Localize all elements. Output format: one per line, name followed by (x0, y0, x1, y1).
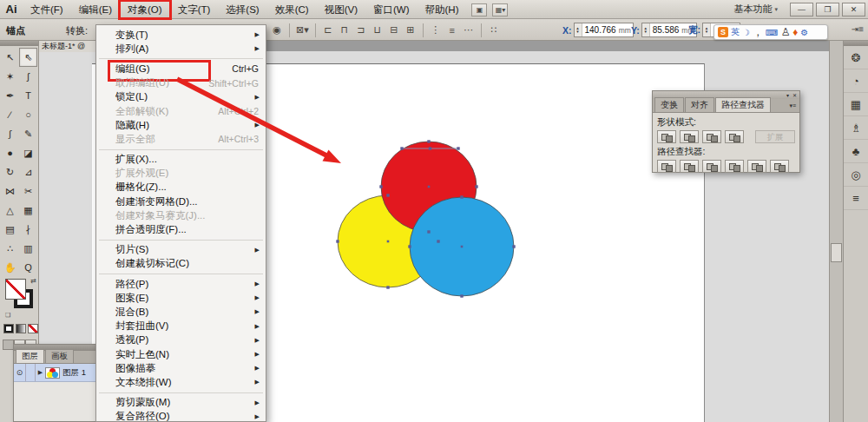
lock-column[interactable] (26, 364, 36, 381)
default-colors-icon[interactable]: ❏ (5, 312, 10, 319)
menu-item-栅格化Z[interactable]: 栅格化(Z)... (96, 181, 266, 195)
fill-swatch[interactable] (5, 279, 26, 300)
menubar-item-帮助H[interactable]: 帮助(H) (418, 1, 467, 18)
vertical-scrollbar[interactable] (829, 41, 843, 422)
panel-close-icon[interactable]: ✕ (792, 93, 797, 98)
blend-tool[interactable]: ∴ (1, 239, 19, 258)
divide-button[interactable] (657, 160, 676, 173)
paintbrush-tool[interactable]: ∫ (1, 124, 19, 143)
pattern-dropdown-icon[interactable]: ⊠▾ (296, 24, 309, 36)
tab-对齐[interactable]: 对齐 (685, 97, 714, 112)
menu-item-编组G[interactable]: 编组(G)Ctrl+G (96, 62, 266, 76)
magic-wand-tool[interactable]: ✶ (1, 67, 19, 86)
none-button[interactable] (28, 324, 38, 333)
rotate-tool[interactable]: ↻ (1, 162, 19, 181)
layers-icon[interactable]: ≡ (844, 187, 868, 210)
moon-icon[interactable]: ☽ (742, 28, 750, 37)
distribute-center-icon[interactable]: ≡ (446, 25, 458, 36)
pen-tool[interactable]: ✒ (1, 86, 19, 105)
selection-tool[interactable]: ↖ (1, 48, 19, 67)
menu-item-透视P[interactable]: 透视(P)▶ (96, 333, 266, 347)
workspace-switcher[interactable]: 基本功能 (733, 3, 772, 16)
skin-icon[interactable]: ♦ (792, 26, 798, 38)
distribute-vertical-icon[interactable]: ⋯ (463, 24, 475, 36)
scrollbar-thumb[interactable] (831, 243, 842, 262)
color-panel-icon[interactable]: ❂ (844, 46, 868, 69)
pencil-tool[interactable]: ✎ (19, 124, 37, 143)
merge-button[interactable] (702, 160, 721, 173)
transparency-icon[interactable]: ◎ (844, 163, 868, 187)
wrench-icon[interactable]: ⚙ (800, 28, 808, 37)
fill-stroke-control[interactable]: ⇄ ❏ (3, 277, 36, 319)
tab-变换[interactable]: 变换 (654, 97, 684, 112)
person-icon[interactable]: ♙ (780, 26, 790, 38)
line-tool[interactable]: ∕ (1, 105, 19, 124)
type-tool[interactable]: T (19, 86, 37, 105)
scissors-tool[interactable]: ✂ (19, 181, 37, 201)
graphic-styles-icon[interactable]: ♣ (844, 140, 868, 163)
menu-item-路径P[interactable]: 路径(P)▶ (96, 277, 266, 291)
expand-triangle-icon[interactable]: ▶ (36, 369, 45, 376)
menu-item-创建渐变网格D[interactable]: 创建渐变网格(D)... (96, 195, 266, 208)
ellipse-tool[interactable]: ○ (19, 105, 37, 124)
menu-item-排列A[interactable]: 排列(A)▶ (96, 42, 266, 56)
menu-item-隐藏H[interactable]: 隐藏(H)▶ (96, 118, 266, 132)
align-right-icon[interactable]: ⊐ (355, 24, 367, 36)
menubar-item-效果C[interactable]: 效果(C) (267, 1, 317, 18)
y-stepper[interactable]: ▲▼ (642, 23, 650, 36)
menu-item-复合路径O[interactable]: 复合路径(O)▶ (96, 410, 266, 422)
crop-button[interactable] (725, 160, 744, 173)
align-bottom-icon[interactable]: ⊞ (404, 24, 417, 36)
tab-图层[interactable]: 图层 (16, 349, 44, 363)
document-tab[interactable]: 未标题-1* @ (39, 41, 96, 52)
menubar-item-选择S[interactable]: 选择(S) (218, 1, 266, 18)
blob-brush-tool[interactable]: ● (1, 143, 19, 162)
menubar-item-视图V[interactable]: 视图(V) (317, 1, 365, 18)
menu-item-图案E[interactable]: 图案(E)▶ (96, 291, 266, 305)
eraser-tool[interactable]: ◪ (19, 143, 37, 162)
gradient-tool[interactable]: ▤ (1, 220, 19, 239)
ime-toolbar[interactable]: S英☽，⌨♙♦⚙ (713, 24, 828, 40)
lasso-tool[interactable]: ʃ (19, 67, 37, 86)
align-center-icon[interactable]: ⊓ (339, 24, 351, 36)
menu-item-实时上色N[interactable]: 实时上色(N)▶ (96, 347, 266, 361)
align-middle-icon[interactable]: ⊟ (388, 24, 400, 36)
swatches-icon[interactable]: ▦ (844, 93, 868, 116)
menu-item-扩展X[interactable]: 扩展(X)... (96, 153, 266, 167)
eyedropper-tool[interactable]: ∤ (19, 220, 37, 239)
gradient-button[interactable] (16, 324, 26, 333)
zoom-tool[interactable]: Q (19, 258, 37, 277)
menu-item-创建裁切标记C[interactable]: 创建裁切标记(C) (96, 257, 266, 271)
mesh-tool[interactable]: ▦ (19, 201, 37, 220)
tab-路径查找器[interactable]: 路径查找器 (715, 97, 771, 112)
layer-row[interactable]: ⊙ ▶ 图层 1 (14, 364, 95, 382)
graph-tool[interactable]: ▥ (19, 239, 37, 258)
lang-english-icon[interactable]: 英 (731, 26, 740, 38)
close-button[interactable]: ✕ (842, 3, 865, 16)
width-tool[interactable]: ⋈ (1, 181, 19, 201)
menu-item-混合B[interactable]: 混合(B)▶ (96, 305, 266, 319)
symbols-icon[interactable]: ♗ (844, 116, 868, 140)
collapse-panel-icon[interactable]: ⇥≡ (852, 24, 864, 34)
restore-button[interactable]: ❐ (816, 3, 839, 16)
minus-back-button[interactable] (770, 160, 789, 173)
menu-item-拼合透明度F[interactable]: 拼合透明度(F)... (96, 222, 266, 236)
menubar-item-窗口W[interactable]: 窗口(W) (365, 1, 418, 18)
keyboard-icon[interactable]: ⌨ (766, 28, 778, 37)
menubar-item-编辑E[interactable]: 编辑(E) (71, 1, 120, 18)
color-button[interactable] (3, 324, 14, 333)
menu-item-变换T[interactable]: 变换(T)▶ (96, 28, 266, 42)
hand-tool[interactable]: ✋ (1, 258, 19, 277)
arrange-documents-icon[interactable]: ▦▾ (492, 3, 508, 16)
menu-item-封套扭曲V[interactable]: 封套扭曲(V)▶ (96, 320, 266, 333)
minus-front-button[interactable] (680, 130, 699, 143)
menu-item-图像描摹[interactable]: 图像描摹▶ (96, 361, 266, 375)
panel-collapse-icon[interactable]: ▾ (786, 93, 789, 98)
x-stepper[interactable]: ▲▼ (575, 23, 582, 36)
menubar-item-文字T[interactable]: 文字(T) (170, 1, 219, 18)
w-stepper[interactable]: ▲▼ (703, 23, 711, 36)
trim-button[interactable] (680, 160, 699, 173)
distribute-horizontal-icon[interactable]: ⋮ (430, 24, 442, 36)
grid-icon[interactable]: ∷ (488, 24, 500, 36)
menu-item-切片S[interactable]: 切片(S)▶ (96, 243, 266, 257)
